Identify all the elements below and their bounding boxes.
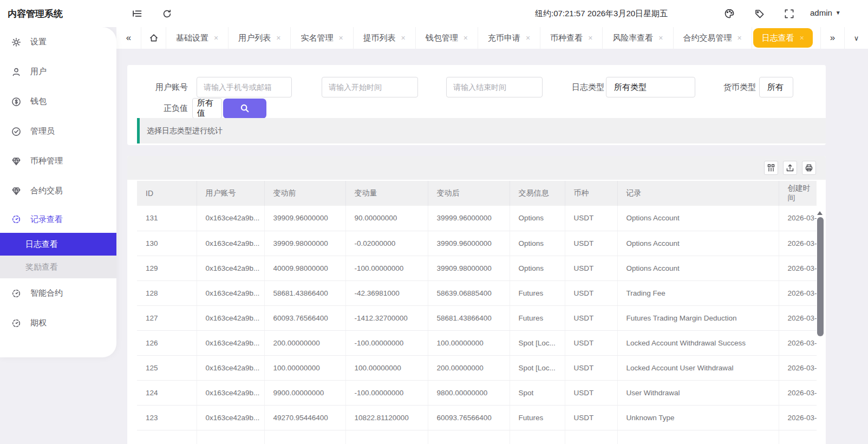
export-button[interactable]: [783, 161, 797, 175]
tab-label: 风险率查看: [612, 33, 653, 43]
submenu-item-log-view[interactable]: 日志查看: [0, 233, 116, 256]
sidebar-item-options[interactable]: 期权: [0, 308, 116, 338]
cell-after: 58639.06885400: [428, 280, 510, 305]
log-type-select[interactable]: 所有类型: [606, 77, 695, 97]
cell-change: -100.00000000: [345, 380, 428, 405]
top-header: 内容管理系统 纽约:07:21:57 2026年3月20日星期五 admin ▼: [0, 0, 868, 27]
submenu-item-reward-view[interactable]: 奖励查看: [0, 256, 116, 278]
currency-type-select[interactable]: 所有: [759, 77, 793, 97]
tag-icon[interactable]: [753, 7, 766, 20]
columns-icon: [767, 164, 775, 172]
account-input[interactable]: [197, 77, 292, 97]
close-icon[interactable]: ×: [658, 34, 663, 42]
cell-created: 2026-03-20: [779, 355, 817, 380]
tab-deposit-request[interactable]: 充币申请×: [478, 27, 540, 49]
admin-menu[interactable]: admin ▼: [810, 8, 841, 17]
sign-select[interactable]: 所有值: [192, 98, 222, 119]
close-icon[interactable]: ×: [401, 34, 406, 42]
close-icon[interactable]: ×: [588, 34, 592, 42]
tab-wallet-management[interactable]: 钱包管理×: [416, 27, 478, 49]
cell-account: 0x163ce42a9b...: [197, 355, 264, 380]
sidebar-item-settings[interactable]: 设置: [0, 27, 116, 57]
notice-text: 选择日志类型进行统计: [147, 126, 223, 136]
tab-base-settings[interactable]: 基础设置×: [166, 27, 229, 49]
currency-type-label: 货币类型: [695, 82, 756, 93]
sidebar-item-admins[interactable]: 管理员: [0, 116, 116, 146]
sidebar-item-users[interactable]: 用户: [0, 57, 116, 87]
collapse-menu-icon[interactable]: [130, 7, 143, 20]
close-icon[interactable]: ×: [738, 34, 742, 42]
close-icon[interactable]: ×: [800, 34, 804, 42]
close-icon[interactable]: ×: [214, 34, 218, 42]
cell-account: 0x163ce42a9b...: [197, 305, 264, 330]
cell-coin: USDT: [565, 256, 617, 280]
log-table: ID 用户账号 变动前 变动量 变动后 交易信息 币种 记录 创建时间 1310…: [137, 181, 817, 444]
tabs-scroll-right-icon[interactable]: »: [820, 27, 844, 49]
close-icon[interactable]: ×: [276, 34, 280, 42]
scrollbar-up-icon[interactable]: [817, 211, 823, 215]
cell-created: 2026-03-20: [779, 206, 817, 231]
start-time-input[interactable]: [322, 77, 418, 97]
cell-after: 60093.76566400: [428, 405, 510, 430]
table-row[interactable]: 1270x163ce42a9b...60093.76566400-1412.32…: [137, 305, 817, 330]
table-header-row: ID 用户账号 变动前 变动量 变动后 交易信息 币种 记录 创建时间: [137, 181, 817, 206]
tabs-scroll-left-icon[interactable]: «: [116, 27, 141, 49]
cell-after: 200.00000000: [428, 355, 510, 380]
cell-coin: USDT: [565, 231, 617, 256]
table-scrollbar[interactable]: [817, 217, 824, 336]
sidebar-item-smart-contract[interactable]: 智能合约: [0, 278, 116, 308]
sidebar-item-wallet[interactable]: 钱包: [0, 87, 116, 116]
search-button[interactable]: [223, 99, 266, 119]
tab-contract-trade-management[interactable]: 合约交易管理×: [674, 27, 752, 49]
tab-withdraw-list[interactable]: 提币列表×: [354, 27, 416, 49]
tab-risk-rate-view[interactable]: 风险率查看×: [603, 27, 673, 49]
table-row[interactable]: 1280x163ce42a9b...58681.43866400-42.3698…: [137, 280, 817, 305]
cell-coin: USDT: [565, 355, 617, 380]
tab-log-view[interactable]: 日志查看×: [753, 28, 813, 48]
end-time-input[interactable]: [446, 77, 543, 97]
table-row[interactable]: 1230x163ce42a9b...49270.9544640010822.81…: [137, 405, 817, 430]
sidebar-item-contract-trading[interactable]: 合约交易: [0, 176, 116, 206]
fullscreen-icon[interactable]: [782, 7, 795, 20]
cell-account: 0x163ce42a9b...: [197, 256, 264, 280]
columns-toggle-button[interactable]: [764, 161, 778, 175]
table-row[interactable]: 1260x163ce42a9b...200.00000000-100.00000…: [137, 330, 817, 355]
close-icon[interactable]: ×: [464, 34, 468, 42]
cell-created: 2026-03-20: [779, 231, 817, 256]
cell-id: 126: [137, 330, 197, 355]
tabs-dropdown-icon[interactable]: ∨: [844, 27, 868, 49]
close-icon[interactable]: ×: [338, 34, 343, 42]
tab-coin-view[interactable]: 币种查看×: [540, 27, 603, 49]
cell-account: 0x163ce42a9b...: [197, 231, 264, 256]
tab-realname-management[interactable]: 实名管理×: [291, 27, 353, 49]
admin-name: admin: [810, 8, 832, 17]
close-icon[interactable]: ×: [526, 34, 530, 42]
cell-created: 2026-03-20: [779, 405, 817, 430]
cell-id: 123: [137, 405, 197, 430]
tab-user-list[interactable]: 用户列表×: [229, 27, 291, 49]
table-row[interactable]: 1240x163ce42a9b...9900.00000000-100.0000…: [137, 380, 817, 405]
table-row[interactable]: 1300x163ce42a9b...39909.98000000-0.02000…: [137, 231, 817, 256]
tab-label: 用户列表: [238, 33, 271, 43]
cell-trade: Spot: [510, 380, 565, 405]
cell-created: 2026-03-20: [779, 256, 817, 280]
cell-change: 90.00000000: [345, 206, 428, 231]
cell-before: 60093.76566400: [264, 305, 345, 330]
home-tab-icon[interactable]: [141, 27, 166, 49]
table-row[interactable]: 1250x163ce42a9b...100.00000000100.000000…: [137, 355, 817, 380]
refresh-icon[interactable]: [160, 7, 173, 20]
sidebar: 设置 用户 钱包 管理员 币种管理 合约交易 记录查看 日志查看 奖励查看 智能…: [0, 27, 116, 357]
col-trade-info: 交易信息: [510, 181, 565, 206]
cell-record: Trading Fee: [617, 280, 779, 305]
sidebar-item-record-view[interactable]: 记录查看: [0, 206, 116, 233]
sidebar-item-coin-management[interactable]: 币种管理: [0, 146, 116, 176]
table-toolbar: [127, 156, 826, 181]
cell-after: 39999.96000000: [428, 206, 510, 231]
table-row[interactable]: 1310x163ce42a9b...39909.9600000090.00000…: [137, 206, 817, 231]
theme-palette-icon[interactable]: [723, 7, 736, 20]
cell-id: 128: [137, 280, 197, 305]
sidebar-item-label: 期权: [30, 318, 47, 328]
table-row[interactable]: 1290x163ce42a9b...40009.98000000-100.000…: [137, 256, 817, 280]
export-icon: [786, 164, 794, 172]
print-button[interactable]: [802, 161, 816, 175]
